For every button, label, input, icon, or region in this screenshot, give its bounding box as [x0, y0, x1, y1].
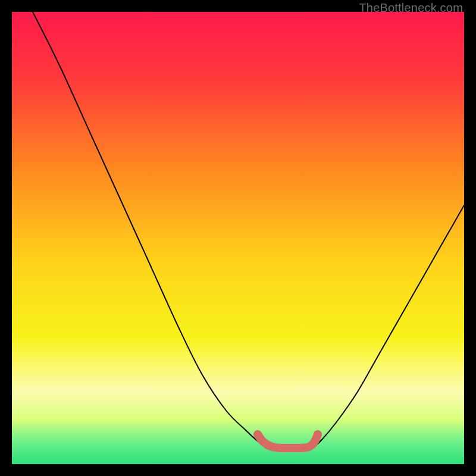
curve-left-arm	[33, 12, 269, 448]
valley-highlight	[258, 434, 318, 448]
curve-layer	[12, 12, 464, 464]
watermark-text: TheBottleneck.com	[359, 1, 463, 15]
chart-frame: TheBottleneck.com	[0, 0, 476, 476]
plot-area	[12, 12, 464, 464]
curve-right-arm	[312, 205, 464, 448]
